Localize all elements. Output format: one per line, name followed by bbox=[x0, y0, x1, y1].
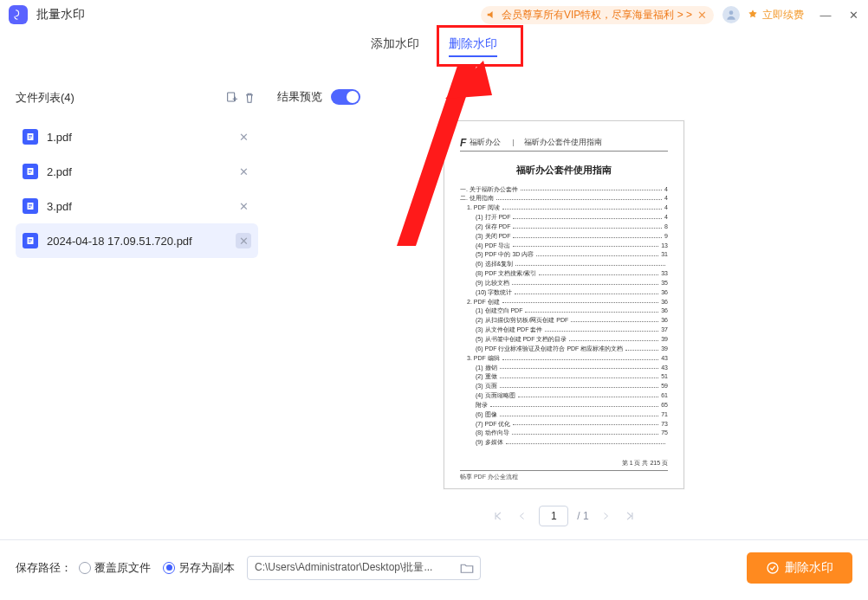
title-bar: 批量水印 会员尊享所有VIP特权，尽享海量福利 > > ✕ 立即续费 — ✕ bbox=[0, 0, 868, 29]
preview-panel: 结果预览 F 福昕办公 福昕办公套件使用指南 福昕办公套件使用指南 一. 关于福… bbox=[263, 73, 868, 539]
pdf-file-icon bbox=[23, 164, 38, 179]
file-name: 3.pdf bbox=[47, 200, 236, 213]
radio-save-as-copy[interactable]: 另存为副本 bbox=[163, 560, 235, 576]
remove-file-icon[interactable]: ✕ bbox=[236, 164, 251, 179]
svg-rect-1 bbox=[228, 93, 235, 101]
pager-prev-icon[interactable] bbox=[515, 508, 530, 524]
radio-icon bbox=[163, 562, 175, 574]
radio-save-as-label: 另存为副本 bbox=[178, 560, 235, 576]
renew-label: 立即续费 bbox=[762, 8, 804, 23]
file-list-sidebar: 文件列表(4) 1.pdf ✕ 2.pdf ✕ 3.pdf bbox=[0, 73, 263, 539]
tabs-row: 添加水印 删除水印 bbox=[0, 29, 868, 73]
svg-rect-13 bbox=[29, 207, 31, 208]
toc-row: (9) 多媒体 bbox=[460, 438, 668, 448]
app-icon bbox=[9, 5, 28, 24]
save-path-text: C:\Users\Administrator\Desktop\批量... bbox=[255, 560, 459, 575]
file-name: 2.pdf bbox=[47, 165, 236, 178]
svg-rect-9 bbox=[29, 172, 31, 173]
file-list-title: 文件列表(4) bbox=[16, 90, 74, 106]
page-number-input[interactable] bbox=[539, 506, 568, 526]
save-path-field[interactable]: C:\Users\Administrator\Desktop\批量... bbox=[247, 556, 481, 580]
preview-pager: / 1 bbox=[277, 501, 851, 531]
save-path-label: 保存路径： bbox=[16, 560, 72, 576]
doc-brand-sub: 福昕办公套件使用指南 bbox=[524, 137, 602, 148]
svg-rect-8 bbox=[29, 171, 32, 172]
window-minimize-icon[interactable]: — bbox=[819, 9, 832, 22]
svg-rect-15 bbox=[29, 239, 32, 240]
tab-add-watermark[interactable]: 添加水印 bbox=[371, 33, 419, 57]
remove-watermark-button[interactable]: 删除水印 bbox=[747, 552, 852, 584]
radio-overwrite[interactable]: 覆盖原文件 bbox=[79, 560, 151, 576]
vip-banner[interactable]: 会员尊享所有VIP特权，尽享海量福利 > > ✕ bbox=[481, 6, 714, 24]
remove-watermark-button-label: 删除水印 bbox=[785, 560, 833, 576]
pager-next-icon[interactable] bbox=[598, 508, 613, 524]
doc-title: 福昕办公套件使用指南 bbox=[460, 164, 668, 177]
pdf-file-icon bbox=[23, 129, 38, 145]
pdf-file-icon bbox=[23, 233, 38, 248]
add-file-icon[interactable] bbox=[223, 89, 241, 106]
vip-banner-text: 会员尊享所有VIP特权，尽享海量福利 > > bbox=[502, 8, 692, 23]
svg-rect-3 bbox=[29, 135, 32, 136]
doc-toc: 一. 关于福昕办公套件4二. 使用指南41. PDF 阅读4(1) 打开 PDF… bbox=[460, 185, 668, 448]
svg-rect-5 bbox=[29, 138, 31, 139]
remove-file-icon[interactable]: ✕ bbox=[236, 129, 251, 145]
radio-icon bbox=[79, 562, 91, 574]
browse-folder-icon[interactable] bbox=[459, 560, 475, 576]
doc-footer: 畅享 PDF 办公全流程 bbox=[460, 470, 668, 481]
file-name: 1.pdf bbox=[47, 131, 236, 144]
file-row[interactable]: 1.pdf ✕ bbox=[16, 119, 258, 154]
svg-rect-12 bbox=[29, 206, 32, 207]
footer-bar: 保存路径： 覆盖原文件 另存为副本 C:\Users\Administrator… bbox=[0, 539, 868, 595]
file-row[interactable]: 3.pdf ✕ bbox=[16, 189, 258, 223]
tab-remove-watermark[interactable]: 删除水印 bbox=[449, 33, 497, 57]
pdf-file-icon bbox=[23, 198, 38, 214]
remove-file-icon[interactable]: ✕ bbox=[236, 233, 251, 248]
page-total: / 1 bbox=[577, 510, 588, 522]
preview-toggle[interactable] bbox=[331, 89, 360, 105]
renew-link[interactable]: 立即续费 bbox=[747, 8, 804, 23]
window-close-icon[interactable]: ✕ bbox=[847, 9, 859, 22]
document-preview: F 福昕办公 福昕办公套件使用指南 福昕办公套件使用指南 一. 关于福昕办公套件… bbox=[444, 120, 684, 489]
pager-first-icon[interactable] bbox=[490, 508, 506, 524]
svg-rect-16 bbox=[29, 241, 32, 242]
svg-rect-7 bbox=[29, 170, 32, 171]
vip-banner-close-icon[interactable]: ✕ bbox=[697, 9, 707, 22]
pager-last-icon[interactable] bbox=[622, 508, 638, 524]
radio-overwrite-label: 覆盖原文件 bbox=[94, 560, 151, 576]
preview-toggle-label: 结果预览 bbox=[277, 89, 322, 105]
svg-rect-17 bbox=[29, 242, 31, 242]
app-title: 批量水印 bbox=[36, 7, 85, 23]
svg-point-18 bbox=[768, 563, 778, 573]
clear-list-icon[interactable] bbox=[241, 89, 258, 106]
remove-file-icon[interactable]: ✕ bbox=[236, 198, 251, 214]
svg-point-0 bbox=[729, 10, 734, 15]
svg-rect-11 bbox=[29, 204, 32, 205]
file-name: 2024-04-18 17.09.51.720.pdf bbox=[47, 235, 236, 248]
file-row[interactable]: 2.pdf ✕ bbox=[16, 154, 258, 189]
doc-page-indicator: 第 1 页 共 215 页 bbox=[622, 459, 668, 468]
svg-rect-4 bbox=[29, 137, 32, 138]
file-row[interactable]: 2024-04-18 17.09.51.720.pdf ✕ bbox=[16, 223, 258, 258]
user-avatar[interactable] bbox=[722, 6, 740, 23]
doc-brand: 福昕办公 bbox=[470, 137, 501, 148]
